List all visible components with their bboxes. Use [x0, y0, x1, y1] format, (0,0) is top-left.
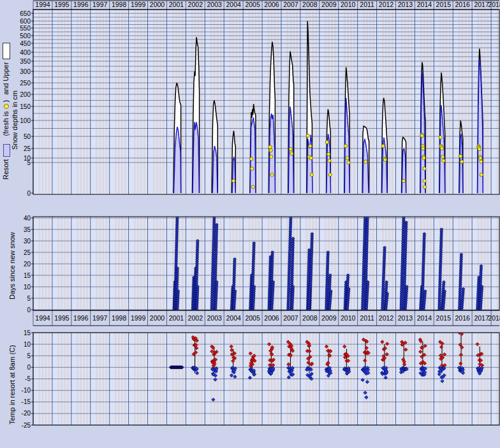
- p3-tick--5: -5: [25, 375, 31, 382]
- days-dot: [329, 274, 332, 277]
- year-label-2000: 2000: [150, 1, 165, 8]
- year-label-2018: 2018: [488, 1, 500, 8]
- fresh-snow-dot: [328, 173, 332, 177]
- fresh-snow-dot: [270, 173, 274, 177]
- fresh-snow-dot: [250, 157, 253, 161]
- upper-swatch: [3, 43, 10, 59]
- year-label-2003: 2003: [207, 1, 223, 8]
- days-dot: [234, 290, 237, 293]
- days-dot: [480, 265, 482, 268]
- year-label-2010: 2010: [341, 314, 356, 322]
- year-label-1999: 1999: [131, 314, 146, 322]
- fresh-snow-dot: [480, 160, 483, 163]
- days-dot: [216, 224, 218, 226]
- legend-fresh-suffix: ): [2, 100, 10, 103]
- year-label-2002: 2002: [188, 314, 203, 322]
- days-dot: [386, 293, 388, 295]
- days-dot: [272, 281, 274, 284]
- resort-depth-area-2008: [307, 135, 312, 194]
- year-label-1997: 1997: [92, 1, 108, 8]
- year-label-2005: 2005: [245, 1, 260, 8]
- year-label-2011: 2011: [360, 1, 374, 8]
- days-dot: [383, 247, 386, 249]
- year-label-1998: 1998: [112, 314, 127, 322]
- days-dot: [253, 285, 255, 288]
- year-label-2010: 2010: [341, 1, 356, 8]
- year-label-2017: 2017: [474, 1, 489, 8]
- days-dot: [443, 281, 445, 284]
- year-label-2006: 2006: [264, 314, 279, 322]
- year-label-2018: 2018: [488, 314, 500, 322]
- days-dot: [367, 281, 369, 284]
- p3-tick-15: 15: [24, 329, 31, 336]
- year-label-2001: 2001: [169, 314, 184, 322]
- year-label-1997: 1997: [92, 314, 108, 322]
- fresh-snow-dot: [346, 156, 349, 159]
- year-label-2004: 2004: [226, 314, 242, 322]
- fresh-snow-dot: [269, 148, 272, 152]
- resort-depth-area-2002: [193, 122, 199, 194]
- p2-tick-0: 0: [27, 307, 31, 314]
- p3-tick-5: 5: [27, 352, 31, 359]
- days-dot: [406, 285, 408, 288]
- days-dot: [424, 290, 427, 293]
- year-label-2015: 2015: [436, 1, 452, 8]
- days-dot: [253, 242, 255, 245]
- year-label-2014: 2014: [417, 1, 432, 8]
- days-dot: [348, 288, 350, 291]
- fresh-snow-dot: [364, 160, 367, 163]
- fresh-snow-dot: [440, 147, 443, 150]
- year-label-2001: 2001: [169, 1, 184, 8]
- p1-tick-400: 400: [20, 49, 31, 56]
- fresh-snow-dot: [480, 173, 483, 177]
- p3-tick--10: -10: [22, 387, 31, 394]
- p2-tick-30: 30: [24, 238, 31, 245]
- days-dot: [440, 228, 443, 231]
- year-label-2009: 2009: [321, 314, 337, 322]
- p2-tick-40: 40: [24, 215, 31, 222]
- days-dot: [327, 251, 329, 254]
- year-label-2006: 2006: [264, 1, 279, 8]
- year-label-2007: 2007: [283, 314, 298, 322]
- p1-tick-550: 550: [20, 25, 31, 32]
- fresh-snow-dot: [478, 147, 481, 150]
- year-label-2012: 2012: [379, 314, 394, 322]
- fresh-snow-dot: [460, 160, 463, 163]
- days-dot: [330, 290, 332, 293]
- fresh-snow-dot: [251, 185, 254, 189]
- year-label-1999: 1999: [131, 1, 146, 8]
- fresh-snow-dot: [344, 145, 348, 148]
- fresh-snow-dot: [422, 156, 425, 159]
- days-dot: [291, 237, 294, 240]
- days-dot: [311, 233, 313, 235]
- panel1-y-axis-title: Snow depths in cm: [11, 90, 19, 150]
- legend-fresh-prefix: (fresh is: [2, 111, 10, 136]
- fresh-snow-dot: [290, 152, 293, 155]
- fresh-snow-dot: [310, 173, 313, 177]
- days-dot: [462, 288, 464, 291]
- p2-tick-15: 15: [24, 272, 31, 279]
- p1-tick-0: 0: [27, 190, 31, 197]
- p3-tick--15: -15: [22, 398, 31, 405]
- p1-tick-600: 600: [20, 18, 31, 25]
- p1-tick-50: 50: [24, 133, 31, 140]
- days-dot: [460, 254, 462, 256]
- fresh-snow-dot: [441, 155, 445, 158]
- resort-depth-area-2004: [232, 157, 235, 193]
- resort-depth-area-2013: [402, 148, 406, 193]
- legend-resort-label: Resort: [2, 159, 10, 180]
- days-dot: [443, 290, 446, 293]
- fresh-snow-dot: [402, 179, 405, 182]
- year-label-2013: 2013: [398, 314, 413, 322]
- p3-tick--20: -20: [22, 410, 31, 417]
- year-label-2008: 2008: [302, 314, 318, 322]
- year-label-2016: 2016: [455, 314, 471, 322]
- fresh-snow-dot: [289, 147, 292, 150]
- days-dot: [309, 285, 311, 288]
- year-label-1996: 1996: [73, 1, 89, 8]
- fresh-snow-dot: [420, 134, 423, 137]
- snow-history-chart: 1994199419951995199619961997199719981998…: [0, 0, 500, 448]
- fresh-snow-dot: [251, 167, 254, 170]
- year-label-1995: 1995: [54, 314, 70, 322]
- fresh-snow-dot: [309, 156, 312, 159]
